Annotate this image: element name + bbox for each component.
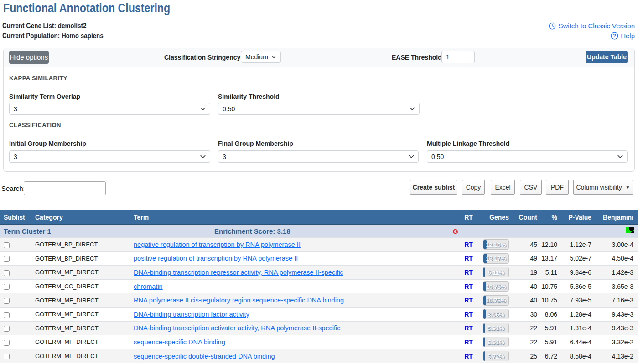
svg-text:?: ? (613, 33, 616, 38)
